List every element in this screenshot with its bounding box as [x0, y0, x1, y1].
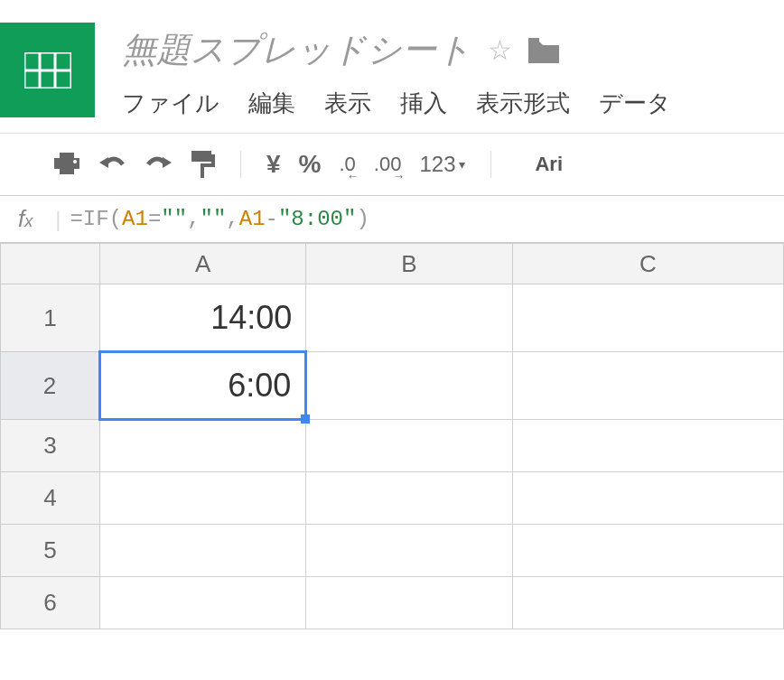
redo-button[interactable] — [145, 155, 173, 173]
cell-c3[interactable] — [512, 420, 783, 472]
document-title[interactable]: 無題スプレッドシート — [122, 27, 471, 73]
sheets-logo[interactable] — [0, 23, 95, 117]
print-button[interactable] — [54, 153, 79, 176]
cell-a3[interactable] — [100, 420, 306, 472]
redo-icon — [145, 155, 173, 173]
cell-a6[interactable] — [100, 577, 306, 629]
menu-edit[interactable]: 編集 — [248, 88, 295, 119]
formula-part: "8:00" — [278, 207, 356, 231]
menu-file[interactable]: ファイル — [122, 88, 219, 119]
undo-icon — [98, 155, 126, 173]
menu-insert[interactable]: 挿入 — [400, 88, 447, 119]
print-icon — [54, 153, 79, 176]
row-header-1[interactable]: 1 — [1, 284, 100, 352]
folder-icon[interactable] — [528, 38, 559, 63]
menu-data[interactable]: データ — [599, 88, 671, 119]
svg-rect-8 — [191, 151, 211, 162]
formula-part: , — [226, 207, 238, 231]
currency-button[interactable]: ¥ — [266, 150, 281, 179]
cell-c4[interactable] — [512, 472, 783, 525]
cell-b5[interactable] — [306, 525, 512, 577]
formula-part: A1 — [122, 207, 148, 231]
fx-divider: | — [55, 207, 61, 232]
percent-button[interactable]: % — [299, 150, 322, 179]
toolbar: ¥ % .0 ← .00 → 123 ▾ Ari — [0, 133, 784, 195]
select-all-corner[interactable] — [1, 244, 100, 284]
sheets-grid-icon — [24, 52, 71, 88]
column-header-b[interactable]: B — [306, 244, 512, 284]
toolbar-divider — [240, 151, 241, 178]
num-format-label: 123 — [419, 152, 455, 177]
paint-format-button[interactable] — [191, 151, 215, 178]
formula-part: = — [148, 207, 161, 231]
column-header-c[interactable]: C — [512, 244, 783, 284]
row-header-2[interactable]: 2 — [1, 352, 100, 420]
formula-part: , — [187, 207, 200, 231]
formula-part: =IF — [70, 207, 108, 231]
cell-b4[interactable] — [306, 472, 512, 525]
formula-input[interactable]: =IF(A1="","",A1-"8:00") — [70, 207, 369, 231]
font-select[interactable]: Ari — [535, 153, 563, 176]
cell-c2[interactable] — [512, 352, 783, 420]
cell-a2[interactable]: 6:00 — [100, 352, 306, 420]
formula-part: - — [266, 207, 278, 231]
menu-format[interactable]: 表示形式 — [476, 88, 570, 119]
cell-b2[interactable] — [306, 352, 512, 420]
increase-decimal-button[interactable]: .00 → — [374, 153, 402, 176]
fx-label: fx — [18, 205, 33, 233]
formula-bar: fx | =IF(A1="","",A1-"8:00") — [0, 195, 784, 243]
cell-b3[interactable] — [306, 420, 512, 472]
row-header-3[interactable]: 3 — [1, 420, 100, 472]
svg-point-7 — [73, 160, 77, 163]
cell-b6[interactable] — [306, 577, 512, 629]
row-header-6[interactable]: 6 — [1, 577, 100, 629]
number-format-button[interactable]: 123 ▾ — [419, 152, 465, 177]
cell-b1[interactable] — [306, 284, 512, 352]
decrease-decimal-button[interactable]: .0 ← — [339, 153, 355, 176]
column-header-a[interactable]: A — [100, 244, 306, 284]
menu-bar: ファイル 編集 表示 挿入 表示形式 データ — [122, 84, 784, 119]
formula-part: "" — [201, 207, 227, 231]
row-header-4[interactable]: 4 — [1, 472, 100, 525]
star-icon[interactable]: ☆ — [488, 34, 512, 66]
toolbar-divider — [490, 151, 491, 178]
cell-c1[interactable] — [512, 284, 783, 352]
spreadsheet-grid: A B C 1 14:00 2 6:00 3 4 5 6 — [0, 243, 784, 629]
formula-part: ( — [109, 207, 122, 231]
cell-a4[interactable] — [100, 472, 306, 525]
undo-button[interactable] — [98, 155, 126, 173]
cell-c5[interactable] — [512, 525, 783, 577]
menu-view[interactable]: 表示 — [324, 88, 371, 119]
row-header-5[interactable]: 5 — [1, 525, 100, 577]
svg-rect-4 — [60, 153, 74, 158]
svg-rect-6 — [60, 165, 74, 174]
cell-c6[interactable] — [512, 577, 783, 629]
formula-part: A1 — [239, 207, 266, 231]
cell-a5[interactable] — [100, 525, 306, 577]
paint-format-icon — [191, 151, 215, 178]
cell-a1[interactable]: 14:00 — [100, 284, 306, 352]
formula-part: "" — [161, 207, 187, 231]
formula-part: ) — [356, 207, 369, 231]
